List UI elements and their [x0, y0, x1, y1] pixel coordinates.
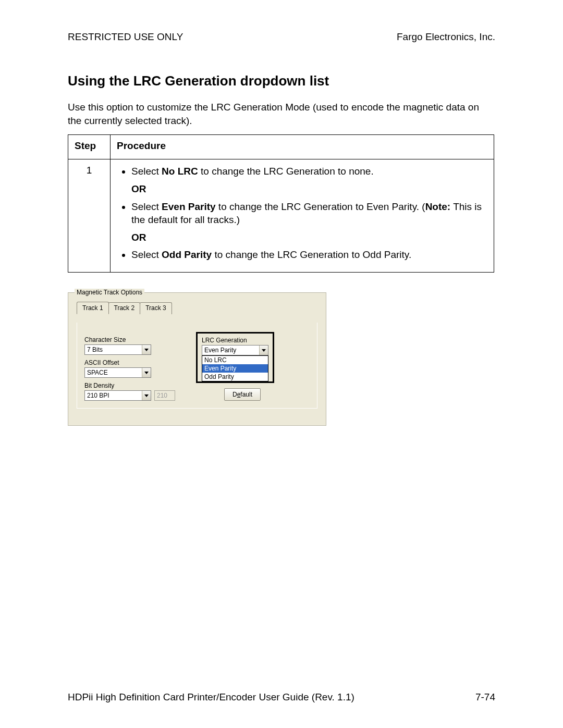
- header-left: RESTRICTED USE ONLY: [68, 31, 183, 43]
- bullet-even-parity: Select Even Parity to change the LRC Gen…: [131, 200, 487, 244]
- bullet-odd-parity: Select Odd Parity to change the LRC Gene…: [131, 248, 487, 262]
- character-size-combo[interactable]: 7 Bits: [84, 344, 151, 355]
- col-proc-header: Procedure: [111, 135, 494, 159]
- chevron-down-icon: [142, 391, 151, 400]
- tab-track-1[interactable]: Track 1: [77, 302, 109, 314]
- ascii-offset-label: ASCII Offset: [84, 359, 175, 366]
- procedure-cell: Select No LRC to change the LRC Generati…: [111, 159, 494, 273]
- procedure-table: Step Procedure 1 Select No LRC to change…: [68, 134, 494, 273]
- tab-track-2[interactable]: Track 2: [108, 302, 141, 314]
- header-right: Fargo Electronics, Inc.: [397, 31, 495, 43]
- or-separator: OR: [131, 231, 487, 244]
- chevron-down-icon: [259, 346, 268, 355]
- bit-density-label: Bit Density: [84, 382, 175, 389]
- col-step-header: Step: [68, 135, 111, 159]
- track-tabs: Track 1 Track 2 Track 3: [77, 302, 320, 314]
- chevron-down-icon: [142, 368, 151, 377]
- lrc-generation-label: LRC Generation: [202, 337, 268, 344]
- default-button[interactable]: Default: [224, 388, 261, 401]
- tab-track-3[interactable]: Track 3: [140, 302, 172, 314]
- lrc-option-even-parity[interactable]: Even Parity: [202, 364, 268, 373]
- lrc-dropdown-list[interactable]: No LRC Even Parity Odd Parity: [202, 355, 268, 381]
- chevron-down-icon: [142, 345, 151, 354]
- magnetic-track-options-group: Magnetic Track Options Track 1 Track 2 T…: [68, 292, 326, 426]
- lrc-generation-combo[interactable]: Even Parity: [202, 345, 268, 355]
- lrc-option-odd-parity[interactable]: Odd Parity: [202, 373, 268, 381]
- lrc-option-no-lrc[interactable]: No LRC: [202, 356, 268, 364]
- tab-panel: Character Size 7 Bits ASCII Offset SPACE…: [77, 323, 317, 409]
- bit-density-text: 210: [154, 390, 175, 401]
- section-title: Using the LRC Generation dropdown list: [68, 73, 495, 89]
- intro-paragraph: Use this option to customize the LRC Gen…: [68, 101, 495, 127]
- footer-page: 7-74: [475, 692, 495, 703]
- footer-left: HDPii High Definition Card Printer/Encod…: [68, 692, 354, 703]
- ascii-offset-combo[interactable]: SPACE: [84, 367, 151, 378]
- group-label: Magnetic Track Options: [75, 289, 144, 296]
- or-separator: OR: [131, 182, 487, 196]
- lrc-highlight-frame: LRC Generation Even Parity No LRC Even P…: [196, 332, 274, 383]
- step-number: 1: [68, 159, 111, 273]
- character-size-label: Character Size: [84, 336, 175, 343]
- bullet-no-lrc: Select No LRC to change the LRC Generati…: [131, 165, 487, 195]
- bit-density-combo[interactable]: 210 BPI: [84, 390, 151, 401]
